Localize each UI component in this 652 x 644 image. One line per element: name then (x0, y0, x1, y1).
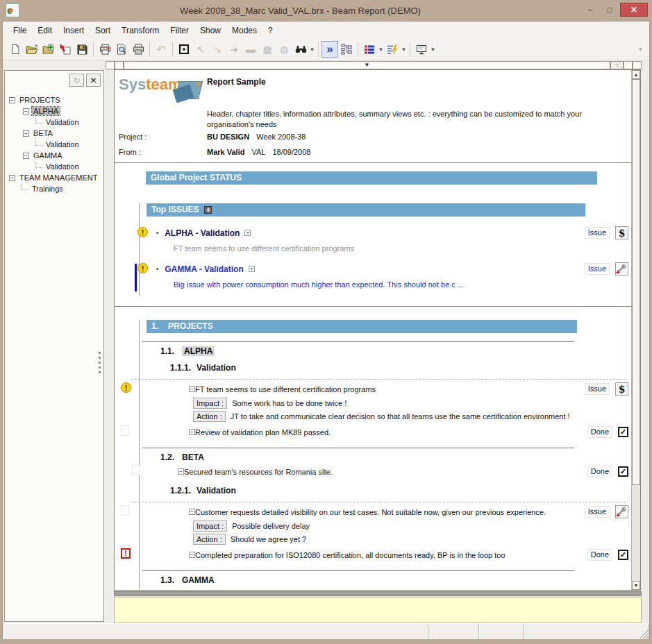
collapse-box-icon[interactable]: − (23, 108, 29, 115)
panel-close-icon[interactable]: ✕ (86, 74, 101, 87)
collapse-chevrons-icon[interactable]: » (321, 41, 338, 58)
status-panel-2 (479, 624, 524, 639)
open-file-icon[interactable] (24, 41, 40, 58)
expand-icon[interactable]: − (189, 429, 195, 435)
new-document-icon[interactable] (7, 41, 24, 58)
overflow-dots-icon[interactable]: ⁘ (610, 61, 624, 69)
expand-icon[interactable]: − (189, 386, 195, 392)
globe-icon[interactable]: ◍ (276, 41, 292, 58)
heading-1-2-1: 1.2.1.Validation (170, 486, 631, 495)
autoformat-icon[interactable] (384, 41, 401, 58)
close-button[interactable]: ✕ (620, 3, 648, 17)
done-checkbox-icon[interactable]: ✓ (618, 550, 628, 560)
scrollbar-track[interactable] (632, 485, 640, 581)
nav-down-right-icon[interactable]: ↘ (209, 41, 226, 58)
tree-item-alpha-validation[interactable]: Validation (9, 117, 99, 128)
scroll-down-icon[interactable]: ▼ (632, 581, 640, 590)
status-badge: Issue (585, 227, 610, 239)
notes-panel[interactable] (114, 597, 642, 623)
scroll-cell[interactable] (106, 61, 115, 69)
import-file-icon[interactable] (57, 41, 74, 58)
collapse-box-icon[interactable]: − (23, 153, 29, 159)
marker-down-icon[interactable]: ▼ (365, 63, 370, 67)
minimize-button[interactable]: – (581, 3, 599, 17)
main-area: ↻ ✕ −PROJECTS −ALPHA Validation −BETA Va… (3, 60, 649, 623)
menu-show[interactable]: Show (195, 24, 226, 37)
tree-item-trainings[interactable]: Trainings (9, 183, 99, 194)
autoformat-caret-icon[interactable]: ▼ (401, 46, 407, 53)
tree-item-gamma[interactable]: −GAMMA (9, 150, 99, 161)
menu-modes[interactable]: Modes (227, 24, 262, 37)
tree-item-beta-validation[interactable]: Validation (9, 139, 99, 150)
maximize-button[interactable]: □ (601, 3, 619, 17)
impact-label: Impact : (193, 398, 227, 409)
find-icon[interactable] (292, 41, 309, 58)
nav-right-icon[interactable]: ➜ (226, 41, 242, 58)
undo-icon[interactable]: ↶ (153, 41, 169, 58)
target-icon[interactable] (176, 41, 192, 58)
scroll-cell[interactable] (115, 61, 124, 69)
tree-item-beta[interactable]: −BETA (9, 128, 99, 139)
systeam-logo: Systeam (119, 76, 206, 105)
open-add-icon[interactable] (40, 41, 57, 58)
page-setup-icon[interactable] (97, 41, 113, 58)
tree-item-projects[interactable]: −PROJECTS (9, 94, 99, 105)
find-caret-icon[interactable]: ▼ (309, 46, 315, 53)
headers-list-icon[interactable] (361, 41, 378, 58)
menu-help[interactable]: ? (263, 24, 278, 37)
action-issue-icon[interactable]: + (615, 262, 628, 276)
nav-up-left-icon[interactable]: ↖ (192, 41, 209, 58)
menu-transform[interactable]: Transform (117, 24, 164, 37)
collapse-box-icon[interactable]: − (9, 175, 15, 181)
print-icon[interactable] (130, 41, 147, 58)
resize-grip[interactable] (640, 630, 648, 638)
tree-item-team-management[interactable]: −TEAM MANAGEMENT (9, 172, 99, 183)
toolbar-overflow-icon[interactable]: ▼ (637, 46, 644, 53)
menu-filter[interactable]: Filter (165, 24, 194, 37)
done-checkbox-icon[interactable]: ✓ (618, 466, 628, 477)
print-preview-icon[interactable] (113, 41, 130, 58)
expand-icon[interactable]: + (244, 230, 251, 236)
scroll-cell[interactable] (624, 61, 633, 69)
menu-edit[interactable]: Edit (33, 24, 57, 37)
collapse-box-icon[interactable]: − (9, 97, 15, 103)
report-item-iso: ! − Completed preparation for ISO12080 c… (140, 548, 631, 562)
cost-issue-icon[interactable]: $ (615, 226, 628, 239)
table-grid-icon[interactable]: ▦ (259, 41, 276, 58)
dashed-separator (131, 379, 626, 380)
expand-icon[interactable]: − (178, 468, 184, 475)
scroll-up-icon[interactable]: ▲ (632, 70, 640, 79)
headers-list-caret-icon[interactable]: ▼ (378, 46, 384, 53)
menu-file[interactable]: File (8, 24, 31, 37)
heading-1-1-1: 1.1.1.Validation (170, 363, 631, 373)
tree-item-alpha[interactable]: −ALPHA (9, 105, 99, 117)
menu-bar: File Edit Insert Sort Transform Filter S… (3, 22, 649, 39)
top-issues-section: Top ISSUES + ! • ALPHA - Validation + Is… (139, 203, 631, 296)
status-panel-3 (524, 624, 649, 639)
collapse-box-icon[interactable]: − (23, 130, 29, 137)
scroll-track[interactable]: ▼ (124, 61, 610, 69)
presentation-caret-icon[interactable]: ▼ (430, 46, 436, 53)
top-issues-bar: Top ISSUES + (147, 203, 585, 217)
tree-item-gamma-validation[interactable]: Validation (9, 161, 99, 172)
horizontal-splitter[interactable] (114, 591, 642, 596)
nav-minus-icon[interactable]: ▬ (242, 41, 259, 58)
cost-issue-icon[interactable]: $ (615, 382, 628, 396)
action-issue-icon[interactable]: + (615, 505, 628, 518)
scrollbar-thumb[interactable] (632, 79, 640, 485)
panel-splitter[interactable] (97, 352, 101, 373)
scroll-cell[interactable] (633, 61, 642, 69)
menu-sort[interactable]: Sort (90, 24, 115, 37)
menu-insert[interactable]: Insert (58, 24, 89, 37)
action-label: Action : (193, 411, 226, 422)
toolbar: ↶ ↖ ↘ ➜ ▬ ▦ ◍ ▼ » ▼ ▼ ▼ ▼ (3, 39, 649, 60)
done-checkbox-icon[interactable]: ✓ (618, 427, 628, 437)
save-icon[interactable] (74, 41, 90, 58)
expand-icon[interactable]: + (249, 266, 255, 272)
add-issue-icon[interactable]: + (204, 206, 212, 214)
presentation-icon[interactable] (413, 41, 430, 58)
outline-tree-icon[interactable] (338, 41, 355, 58)
refresh-icon[interactable]: ↻ (69, 74, 84, 87)
expand-icon[interactable]: − (189, 552, 195, 558)
expand-icon[interactable]: − (189, 509, 195, 515)
